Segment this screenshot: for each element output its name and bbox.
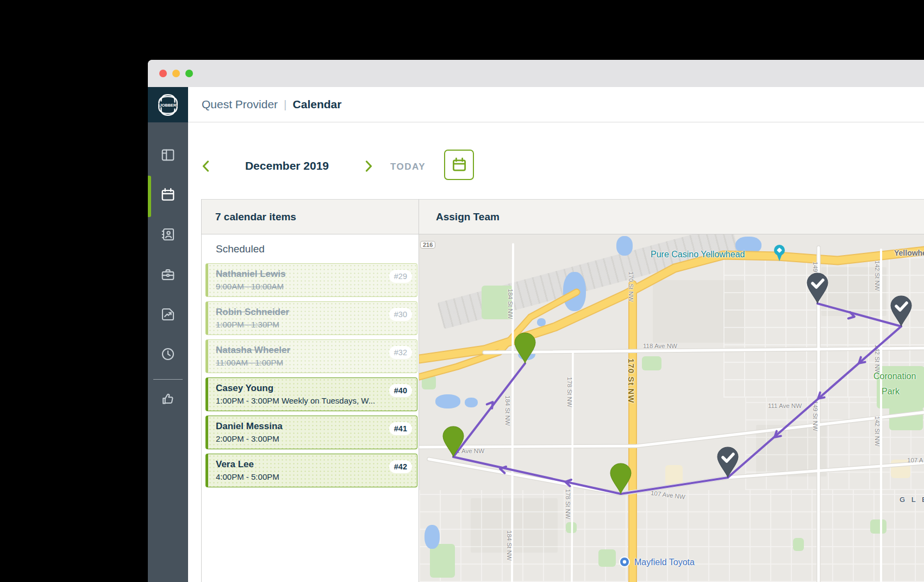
clients-icon [160,227,176,244]
job-number-badge: #41 [389,422,412,435]
route-path [419,234,924,582]
jobber-logo-icon: JOBBER [155,92,180,117]
thumbs-up-icon [160,391,176,408]
account-name: Quest Provider [202,98,278,111]
panel-left-border [201,199,202,582]
calendar-item-card[interactable]: Vera Lee4:00PM - 5:00PM#42 [205,454,417,487]
job-client-name: Nathaniel Lewis [216,269,381,280]
app-window: JOBBER Quest Provider | Calendar Decembe… [148,60,924,582]
calendar-item-card[interactable]: Natasha Wheeler11:00AM - 1:00PM#32 [205,339,417,373]
job-client-name: Vera Lee [216,459,381,470]
sidebar-item-work[interactable] [148,261,188,291]
job-pin-complete[interactable] [889,294,914,327]
sidebar-divider [153,379,183,380]
zoom-window-button[interactable] [185,70,193,77]
chevron-right-icon [365,160,372,172]
minimize-window-button[interactable] [172,70,180,77]
calendar-icon [451,157,467,173]
jobber-logo[interactable]: JOBBER [148,87,188,122]
sidebar-item-reports[interactable] [148,300,188,331]
panel-divider [419,199,419,582]
job-client-name: Natasha Wheeler [216,345,381,356]
job-time: 2:00PM - 3:00PM [216,434,381,443]
today-button[interactable]: TODAY [390,162,426,172]
work-icon [160,267,176,284]
clock-icon [160,346,176,364]
calendar-item-card[interactable]: Casey Young1:00PM - 3:00PM Weekly on Tue… [205,377,417,411]
job-time: 9:00AM - 10:00AM [216,282,381,291]
window-titlebar [148,60,924,87]
car-dealer-poi-pin [619,556,630,568]
schedule-panel-header: 7 calendar items [215,200,296,234]
month-label: December 2019 [241,159,333,172]
chevron-left-icon [202,160,209,172]
page-title: Calendar [293,98,342,111]
job-pin-complete[interactable] [715,445,740,478]
job-time: 11:00AM - 1:00PM [216,358,381,367]
job-pin-scheduled[interactable] [608,462,633,494]
job-number-badge: #32 [389,346,412,359]
sidebar-item-clients[interactable] [148,220,188,251]
job-client-name: Casey Young [216,383,381,394]
section-label: Scheduled [216,243,419,255]
job-time: 4:00PM - 5:00PM [216,472,381,481]
job-number-badge: #30 [389,308,412,321]
job-time: 1:00PM - 1:30PM [216,320,381,329]
casino-poi-pin [773,244,786,262]
calendar-item-card[interactable]: Robin Schneider1:00PM - 1:30PM#30 [205,301,417,335]
calendar-icon [160,187,176,205]
screen: JOBBER Quest Provider | Calendar Decembe… [0,0,924,582]
job-pin-complete[interactable] [805,271,830,304]
sidebar [148,122,188,582]
panel-header-band: 7 calendar items Assign Team [201,199,924,234]
sidebar-item-timesheets[interactable] [148,340,188,370]
reports-icon [160,307,176,324]
job-number-badge: #42 [389,460,412,473]
sidebar-item-home[interactable] [148,141,188,171]
calendar-item-card[interactable]: Nathaniel Lewis9:00AM - 10:00AM#29 [205,263,417,297]
sidebar-item-feedback[interactable] [148,385,188,415]
app-header: Quest Provider | Calendar [188,87,924,122]
prev-month-button[interactable] [202,160,209,174]
job-time: 1:00PM - 3:00PM Weekly on Tuesdays, W... [216,396,381,405]
job-client-name: Robin Schneider [216,307,381,318]
next-month-button[interactable] [365,160,372,174]
job-client-name: Daniel Messina [216,421,381,432]
sidebar-item-schedule[interactable] [148,181,188,211]
close-window-button[interactable] [159,70,167,77]
breadcrumb-separator: | [284,98,286,111]
svg-text:JOBBER: JOBBER [160,103,177,108]
job-pin-scheduled[interactable] [441,425,466,457]
job-number-badge: #29 [389,270,412,283]
job-number-badge: #40 [389,384,412,397]
calendar-view-button[interactable] [444,150,474,180]
schedule-list: Scheduled Nathaniel Lewis9:00AM - 10:00A… [202,234,419,582]
map[interactable]: 216Pure Casino YellowheadYellowhe118 Ave… [419,234,924,582]
dashboard-icon [160,147,176,165]
assign-team-header: Assign Team [436,200,500,234]
job-pin-scheduled[interactable] [513,331,538,364]
calendar-item-card[interactable]: Daniel Messina2:00PM - 3:00PM#41 [205,416,417,449]
